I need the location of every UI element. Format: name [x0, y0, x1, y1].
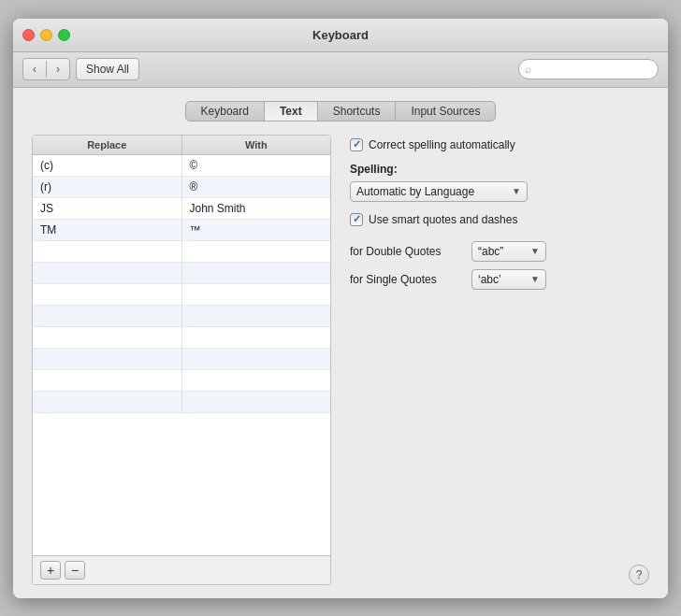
table-header: Replace With [33, 136, 330, 155]
tab-bar: Keyboard Text Shortcuts Input Sources [32, 101, 649, 122]
search-icon: ⌕ [525, 63, 531, 76]
double-quotes-select[interactable]: “abc” ▼ [471, 241, 546, 262]
cell-replace [33, 349, 182, 369]
double-quotes-arrow: ▼ [530, 246, 540, 256]
table-row[interactable] [33, 263, 330, 284]
spelling-select-arrow: ▼ [512, 186, 521, 196]
cell-replace [33, 327, 182, 348]
cell-replace: (c) [33, 155, 182, 176]
remove-row-button[interactable]: − [65, 561, 85, 580]
help-button[interactable]: ? [629, 565, 649, 585]
settings-panel: Correct spelling automatically Spelling:… [350, 135, 649, 585]
spelling-select[interactable]: Automatic by Language ▼ [350, 181, 528, 202]
cell-with [182, 263, 331, 283]
double-quotes-row: for Double Quotes “abc” ▼ [350, 241, 649, 262]
cell-with [182, 392, 331, 412]
spelling-select-value: Automatic by Language [356, 185, 474, 198]
tab-input-sources[interactable]: Input Sources [396, 102, 495, 121]
forward-button[interactable]: › [47, 58, 69, 80]
table-row[interactable] [33, 327, 330, 349]
nav-buttons[interactable]: ‹ › [22, 58, 70, 80]
table-row[interactable]: (c) © [33, 155, 330, 177]
single-quotes-select[interactable]: ‘abc’ ▼ [471, 269, 546, 290]
cell-with [182, 306, 331, 326]
table-row[interactable] [33, 370, 330, 392]
cell-replace [33, 241, 182, 262]
spelling-section-label: Spelling: [350, 163, 649, 176]
table-footer: + − [33, 555, 330, 584]
smart-quotes-row: Use smart quotes and dashes [350, 213, 649, 226]
cell-with: John Smith [182, 198, 331, 219]
main-content: Replace With (c) © (r) ® JS John Smith [32, 135, 649, 585]
search-input[interactable] [518, 59, 659, 79]
tab-text[interactable]: Text [265, 102, 318, 121]
tab-group: Keyboard Text Shortcuts Input Sources [185, 101, 497, 122]
single-quotes-value: ‘abc’ [478, 273, 501, 286]
col-replace-header: Replace [33, 136, 182, 154]
cell-with [182, 241, 331, 262]
correct-spelling-checkbox[interactable] [350, 138, 363, 151]
cell-with: ™ [182, 220, 331, 240]
close-button[interactable] [22, 29, 35, 41]
minimize-button[interactable] [40, 29, 52, 41]
smart-quotes-label: Use smart quotes and dashes [369, 213, 517, 226]
cell-replace [33, 284, 182, 305]
table-row[interactable]: TM ™ [33, 220, 330, 241]
double-quotes-label: for Double Quotes [350, 245, 462, 258]
cell-with [182, 327, 331, 348]
cell-replace [33, 306, 182, 326]
cell-with [182, 284, 331, 305]
table-body[interactable]: (c) © (r) ® JS John Smith TM ™ [33, 155, 330, 555]
cell-with [182, 370, 331, 391]
cell-with: © [182, 155, 331, 176]
tab-shortcuts[interactable]: Shortcuts [318, 102, 397, 121]
cell-replace [33, 263, 182, 283]
single-quotes-label: for Single Quotes [350, 273, 462, 286]
correct-spelling-row: Correct spelling automatically [350, 138, 649, 151]
cell-replace: (r) [33, 177, 182, 197]
spelling-group: Spelling: Automatic by Language ▼ [350, 163, 649, 202]
main-window: Keyboard ‹ › Show All ⌕ Keyboard Text Sh… [13, 19, 668, 598]
cell-replace: TM [33, 220, 182, 240]
table-row[interactable]: (r) ® [33, 177, 330, 198]
double-quotes-value: “abc” [478, 245, 503, 258]
table-row[interactable] [33, 306, 330, 327]
smart-quotes-checkbox[interactable] [350, 213, 363, 226]
cell-replace [33, 392, 182, 412]
toolbar: ‹ › Show All ⌕ [13, 52, 668, 88]
window-title: Keyboard [312, 28, 369, 42]
cell-replace [33, 370, 182, 391]
replacement-table: Replace With (c) © (r) ® JS John Smith [32, 135, 331, 585]
cell-replace: JS [33, 198, 182, 219]
back-button[interactable]: ‹ [23, 58, 46, 80]
table-row[interactable] [33, 349, 330, 370]
col-with-header: With [182, 136, 331, 154]
table-row[interactable] [33, 241, 330, 263]
tab-keyboard[interactable]: Keyboard [186, 102, 265, 121]
table-row[interactable] [33, 392, 330, 413]
table-row[interactable]: JS John Smith [33, 198, 330, 220]
titlebar: Keyboard [13, 19, 668, 52]
single-quotes-row: for Single Quotes ‘abc’ ▼ [350, 269, 649, 290]
show-all-button[interactable]: Show All [76, 58, 139, 80]
cell-with [182, 349, 331, 369]
cell-with: ® [182, 177, 331, 197]
table-row[interactable] [33, 284, 330, 306]
search-box: ⌕ [518, 59, 659, 79]
correct-spelling-label: Correct spelling automatically [369, 138, 515, 151]
content-area: Keyboard Text Shortcuts Input Sources Re… [13, 88, 668, 598]
add-row-button[interactable]: + [40, 561, 61, 580]
single-quotes-arrow: ▼ [530, 274, 540, 284]
quotes-section: for Double Quotes “abc” ▼ for Single Quo… [350, 241, 649, 290]
traffic-lights [22, 29, 70, 41]
maximize-button[interactable] [58, 29, 70, 41]
